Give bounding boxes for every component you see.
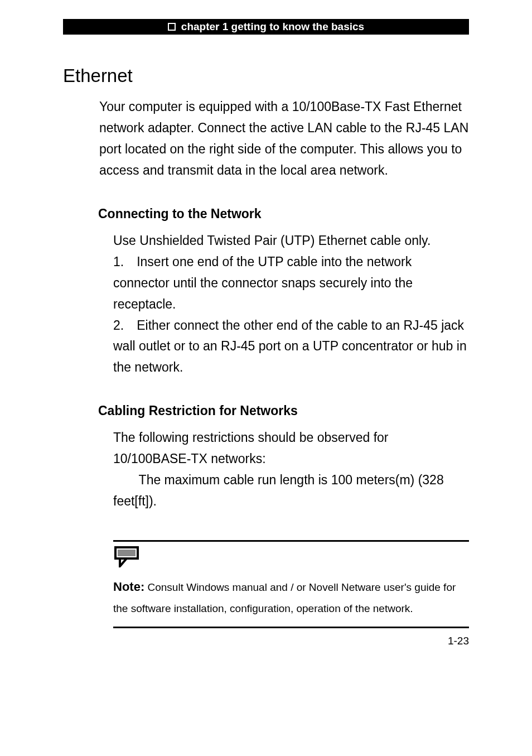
chapter-header-text: chapter 1 getting to know the basics (181, 21, 364, 33)
section-title: Ethernet (63, 65, 469, 86)
svg-rect-1 (118, 550, 136, 556)
chapter-header: chapter 1 getting to know the basics (63, 19, 469, 35)
note-icon (114, 546, 469, 570)
note-text: Note: Consult Windows manual and / or No… (113, 575, 469, 619)
cabling-body: The following restrictions should be obs… (113, 427, 469, 512)
note-block: Note: Consult Windows manual and / or No… (113, 540, 469, 628)
page-number: 1-23 (448, 635, 469, 647)
note-body: Consult Windows manual and / or Novell N… (113, 581, 456, 614)
chapter-bullet-icon (168, 23, 176, 31)
cabling-title: Cabling Restriction for Networks (98, 403, 469, 418)
connecting-title: Connecting to the Network (98, 206, 469, 221)
connecting-body: Use Unshielded Twisted Pair (UTP) Ethern… (113, 230, 469, 379)
intro-paragraph: Your computer is equipped with a 10/100B… (99, 97, 469, 181)
note-label: Note: (113, 580, 144, 594)
